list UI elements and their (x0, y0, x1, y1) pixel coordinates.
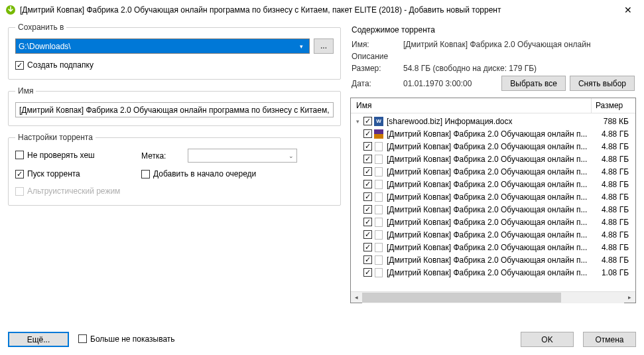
file-row[interactable]: [Дмитрий Ковпак] Фабрика 2.0 Обучающая о… (351, 178, 635, 190)
settings-group: Настройки торрента Не проверять хеш Метк… (8, 133, 341, 206)
file-size: 4.88 ГБ (594, 155, 633, 164)
file-size: 1.08 ГБ (594, 268, 633, 277)
scroll-thumb[interactable] (362, 293, 561, 303)
checkbox-icon[interactable] (363, 167, 372, 176)
file-icon (374, 218, 383, 227)
create-subfolder-check[interactable]: Создать подпапку (15, 60, 334, 70)
file-icon (374, 268, 383, 277)
chevron-down-icon: ⌄ (289, 153, 294, 159)
dont-verify-hash-label: Не проверять хеш (27, 151, 95, 160)
file-name: [sharewood.biz] Информация.docx (385, 117, 592, 126)
file-name: [Дмитрий Ковпак] Фабрика 2.0 Обучающая о… (385, 218, 592, 227)
scroll-left-icon[interactable]: ◂ (351, 292, 362, 303)
checkbox-icon[interactable] (363, 117, 372, 125)
file-row[interactable]: ▾W[sharewood.biz] Информация.docx788 КБ (351, 115, 635, 127)
chevron-down-icon[interactable]: ▾ (296, 43, 306, 50)
close-icon[interactable]: ✕ (617, 2, 639, 18)
file-row[interactable]: [Дмитрий Ковпак] Фабрика 2.0 Обучающая о… (351, 140, 635, 153)
checkbox-icon[interactable] (141, 170, 150, 178)
more-button[interactable]: Ещё... (8, 332, 69, 347)
file-name: [Дмитрий Ковпак] Фабрика 2.0 Обучающая о… (385, 192, 592, 202)
dialog-footer: Ещё... Больше не показывать OK Отмена (8, 332, 636, 347)
file-icon (374, 255, 383, 265)
checkbox-icon[interactable] (78, 334, 87, 343)
file-size: 788 КБ (594, 117, 633, 126)
col-name[interactable]: Имя (351, 98, 592, 113)
meta-name-label: Имя: (352, 40, 403, 49)
checkbox-icon (15, 187, 24, 196)
save-path-input[interactable] (19, 42, 296, 51)
file-list-header: Имя Размер (351, 98, 635, 113)
add-to-front-label: Добавить в начало очереди (153, 169, 256, 178)
file-row[interactable]: [Дмитрий Ковпак] Фабрика 2.0 Обучающая о… (351, 127, 635, 140)
start-torrent-check[interactable]: Пуск торрента (15, 169, 141, 178)
checkbox-icon[interactable] (15, 61, 24, 70)
checkbox-icon[interactable] (363, 155, 372, 163)
save-in-legend: Сохранить в (15, 23, 66, 32)
deselect-all-button[interactable]: Снять выбор (570, 76, 635, 91)
checkbox-icon[interactable] (363, 142, 372, 151)
horizontal-scrollbar[interactable]: ◂ ▸ (351, 291, 635, 303)
content-header: Содержимое торрента (352, 25, 635, 35)
dont-verify-hash-check[interactable]: Не проверять хеш (15, 151, 141, 160)
cancel-button[interactable]: Отмена (583, 332, 636, 347)
file-row[interactable]: [Дмитрий Ковпак] Фабрика 2.0 Обучающая о… (351, 228, 635, 241)
file-icon (374, 243, 383, 252)
file-icon (374, 167, 383, 177)
col-size[interactable]: Размер (592, 98, 635, 113)
file-size: 4.88 ГБ (594, 218, 633, 227)
file-row[interactable]: [Дмитрий Ковпак] Фабрика 2.0 Обучающая о… (351, 190, 635, 203)
checkbox-icon[interactable] (363, 230, 372, 239)
checkbox-icon[interactable] (363, 180, 372, 188)
browse-button[interactable]: ... (314, 38, 334, 54)
create-subfolder-label: Создать подпапку (27, 60, 94, 70)
app-icon (5, 5, 16, 15)
file-name: [Дмитрий Ковпак] Фабрика 2.0 Обучающая о… (385, 180, 592, 189)
save-path-combo[interactable]: ▾ (15, 38, 310, 54)
meta-size-label: Размер: (352, 64, 403, 73)
file-row[interactable]: [Дмитрий Ковпак] Фабрика 2.0 Обучающая о… (351, 153, 635, 165)
add-to-front-check[interactable]: Добавить в начало очереди (141, 169, 334, 178)
file-row[interactable]: [Дмитрий Ковпак] Фабрика 2.0 Обучающая о… (351, 203, 635, 216)
file-row[interactable]: [Дмитрий Ковпак] Фабрика 2.0 Обучающая о… (351, 241, 635, 253)
checkbox-icon[interactable] (363, 192, 372, 201)
checkbox-icon[interactable] (15, 151, 24, 159)
file-name: [Дмитрий Ковпак] Фабрика 2.0 Обучающая о… (385, 205, 592, 214)
checkbox-icon[interactable] (363, 268, 372, 277)
docx-icon: W (374, 117, 383, 126)
start-torrent-label: Пуск торрента (27, 169, 80, 178)
file-icon (374, 180, 383, 189)
checkbox-icon[interactable] (363, 243, 372, 251)
meta-desc-label: Описание (352, 52, 403, 61)
meta-name-value: [Дмитрий Ковпак] Фабрика 2.0 Обучающая о… (403, 40, 635, 49)
file-row[interactable]: [Дмитрий Ковпак] Фабрика 2.0 Обучающая о… (351, 266, 635, 279)
file-list: Имя Размер ▾W[sharewood.biz] Информация.… (350, 98, 636, 303)
file-size: 4.88 ГБ (594, 129, 633, 139)
label-label: Метка: (141, 151, 188, 161)
ok-button[interactable]: OK (521, 332, 574, 347)
scroll-right-icon[interactable]: ▸ (624, 292, 635, 303)
file-row[interactable]: [Дмитрий Ковпак] Фабрика 2.0 Обучающая о… (351, 165, 635, 178)
torrent-name-input[interactable] (15, 102, 334, 117)
select-all-button[interactable]: Выбрать все (501, 76, 566, 91)
tree-indent: ▾ (354, 118, 361, 125)
file-size: 4.88 ГБ (594, 205, 633, 214)
file-icon (374, 155, 383, 164)
checkbox-icon[interactable] (363, 255, 372, 264)
file-row[interactable]: [Дмитрий Ковпак] Фабрика 2.0 Обучающая о… (351, 216, 635, 228)
file-name: [Дмитрий Ковпак] Фабрика 2.0 Обучающая о… (385, 255, 592, 265)
file-row[interactable]: [Дмитрий Ковпак] Фабрика 2.0 Обучающая о… (351, 253, 635, 266)
file-size: 4.88 ГБ (594, 243, 633, 252)
checkbox-icon[interactable] (363, 218, 372, 226)
checkbox-icon[interactable] (363, 129, 372, 138)
file-name: [Дмитрий Ковпак] Фабрика 2.0 Обучающая о… (385, 167, 592, 177)
file-icon (374, 205, 383, 214)
checkbox-icon[interactable] (363, 205, 372, 214)
altruistic-label: Альтруистический режим (27, 186, 120, 196)
label-combo[interactable]: ⌄ (188, 149, 297, 163)
file-size: 4.88 ГБ (594, 167, 633, 177)
scroll-track[interactable] (362, 292, 624, 303)
file-icon (374, 142, 383, 151)
dont-show-check[interactable]: Больше не показывать (78, 334, 175, 344)
checkbox-icon[interactable] (15, 170, 24, 178)
